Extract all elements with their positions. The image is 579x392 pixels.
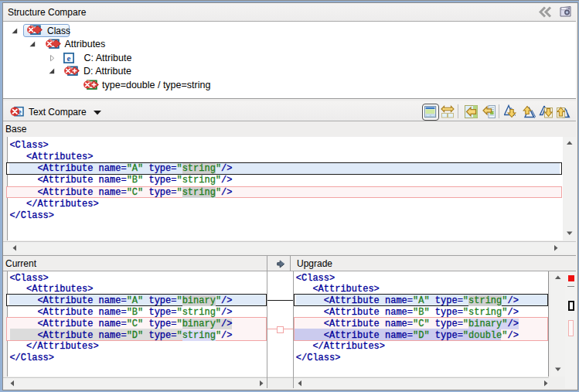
svg-text:e: e bbox=[66, 53, 70, 63]
